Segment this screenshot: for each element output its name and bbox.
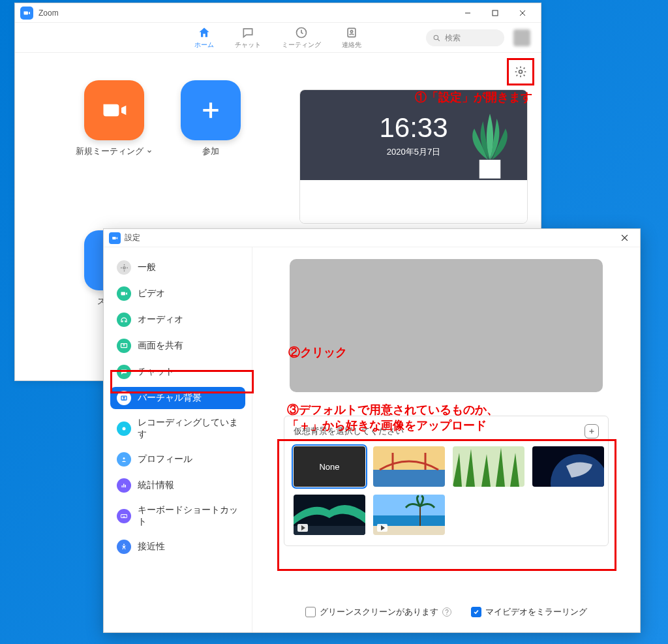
sidebar-label-chat: チャット [138,366,174,378]
sidebar-label-vbg: バーチャル背景 [138,392,202,404]
svg-rect-0 [493,10,498,16]
settings-titlebar: 設定 [104,229,640,247]
vbg-thumb-aurora[interactable] [294,495,365,535]
chevron-down-icon[interactable] [146,148,153,155]
keyboard-icon [117,509,131,523]
add-background-button[interactable] [584,424,599,438]
nav-chat-tab[interactable]: チャット [228,23,267,52]
settings-sidebar: 一般 ビデオ オーディオ 画面を共有 チャット バーチャル背景 [104,247,252,632]
main-window-title: Zoom [38,8,455,18]
vbg-thumb-earth[interactable] [532,446,604,487]
nav-contacts-label: 連絡先 [342,40,361,50]
vbg-thumb-bridge[interactable] [373,446,445,487]
recording-icon [117,422,131,436]
vbg-prompt: 仮想背景を選択してください [294,425,404,437]
sidebar-item-accessibility[interactable]: 接近性 [110,536,245,558]
clock-date: 2020年5月7日 [387,146,440,158]
sidebar-label-recording: レコーディングしています [138,417,239,440]
zoom-logo-icon [20,7,33,20]
vbg-header: 仮想背景を選択してください [294,424,599,438]
nav-home-label: ホーム [194,40,214,50]
gear-icon [514,65,527,78]
vbg-checks: グリーンスクリーンがあります ? マイビデオをミラーリング [271,606,622,618]
sidebar-item-stats[interactable]: 統計情報 [110,474,245,497]
svg-rect-7 [479,160,500,179]
main-nav-tabs: ホーム チャット ミーティング 連絡先 検索 [15,23,541,53]
vbg-thumbnails: None [294,446,599,535]
sidebar-item-profile[interactable]: プロフィール [110,448,245,470]
plus-icon [588,427,596,435]
join-tile[interactable]: 参加 [165,80,256,219]
search-icon [433,34,441,42]
sidebar-item-audio[interactable]: オーディオ [110,309,245,331]
new-meeting-icon [84,80,144,140]
settings-content: 仮想背景を選択してください None [252,247,640,632]
sidebar-label-keyboard: キーボードショートカット [138,504,239,528]
sidebar-item-virtual-background[interactable]: バーチャル背景 [110,387,245,409]
sidebar-label-audio: オーディオ [138,314,183,326]
chat-icon [241,26,254,39]
nav-meetings-tab[interactable]: ミーティング [275,23,327,52]
contacts-icon [345,26,358,39]
greenscreen-checkbox[interactable]: グリーンスクリーンがあります ? [305,606,451,618]
main-titlebar: Zoom [15,3,541,23]
new-meeting-label: 新規ミーティング [76,146,153,157]
mirror-checkbox[interactable]: マイビデオをミラーリング [471,606,587,618]
settings-gear-button[interactable] [511,62,530,82]
sidebar-item-chat[interactable]: チャット [110,361,245,383]
svg-rect-17 [373,470,445,487]
settings-window-title: 設定 [125,232,614,243]
video-badge-icon [377,524,387,532]
join-label: 参加 [202,146,219,157]
new-meeting-text: 新規ミーティング [76,146,144,157]
virtual-bg-icon [117,391,131,405]
nav-contacts-tab[interactable]: 連絡先 [335,23,368,52]
join-icon [181,80,241,140]
svg-point-15 [123,544,125,545]
settings-window: 設定 一般 ビデオ オーディオ 画面を共有 チ [103,228,641,633]
sidebar-label-accessibility: 接近性 [138,541,165,553]
new-meeting-tile[interactable]: 新規ミーティング [68,80,160,219]
info-panel-dark: 16:33 2020年5月7日 [300,90,527,180]
clock-icon [295,26,308,39]
svg-point-8 [123,266,125,268]
sidebar-item-recording[interactable]: レコーディングしています [110,413,245,444]
help-icon[interactable]: ? [442,607,451,617]
window-controls [455,4,536,22]
gear-icon [117,260,131,275]
settings-body: 一般 ビデオ オーディオ 画面を共有 チャット バーチャル背景 [104,247,640,632]
sidebar-label-stats: 統計情報 [138,480,174,491]
sidebar-label-share: 画面を共有 [138,340,183,352]
nav-chat-label: チャット [235,40,261,50]
svg-rect-14 [121,515,127,518]
checkbox-unchecked-icon [305,607,316,617]
nav-home-tab[interactable]: ホーム [188,23,220,52]
svg-point-3 [350,30,352,32]
info-panel-light [300,180,527,224]
video-badge-icon [297,524,308,532]
sidebar-item-general[interactable]: 一般 [110,256,245,279]
user-avatar[interactable] [513,29,530,46]
video-preview [290,259,603,392]
close-button[interactable] [509,4,536,22]
vbg-thumb-none[interactable]: None [294,446,365,487]
maximize-button[interactable] [482,4,508,22]
minimize-button[interactable] [455,4,481,22]
search-input[interactable]: 検索 [426,29,504,46]
sidebar-item-share[interactable]: 画面を共有 [110,335,245,357]
info-panel: 16:33 2020年5月7日 [299,89,528,224]
sidebar-label-general: 一般 [138,262,156,273]
sidebar-item-video[interactable]: ビデオ [110,283,245,305]
svg-point-13 [123,457,125,459]
greenscreen-label: グリーンスクリーンがあります [320,606,438,618]
vbg-thumb-beach[interactable] [373,495,445,535]
vbg-thumb-grass[interactable] [453,446,524,487]
plant-illustration [462,108,518,180]
svg-point-4 [434,35,438,40]
profile-icon [117,452,131,467]
svg-point-5 [519,70,523,74]
sidebar-label-video: ビデオ [138,288,165,299]
settings-close-button[interactable] [614,230,635,246]
sidebar-item-keyboard[interactable]: キーボードショートカット [110,500,245,532]
stats-icon [117,478,131,493]
